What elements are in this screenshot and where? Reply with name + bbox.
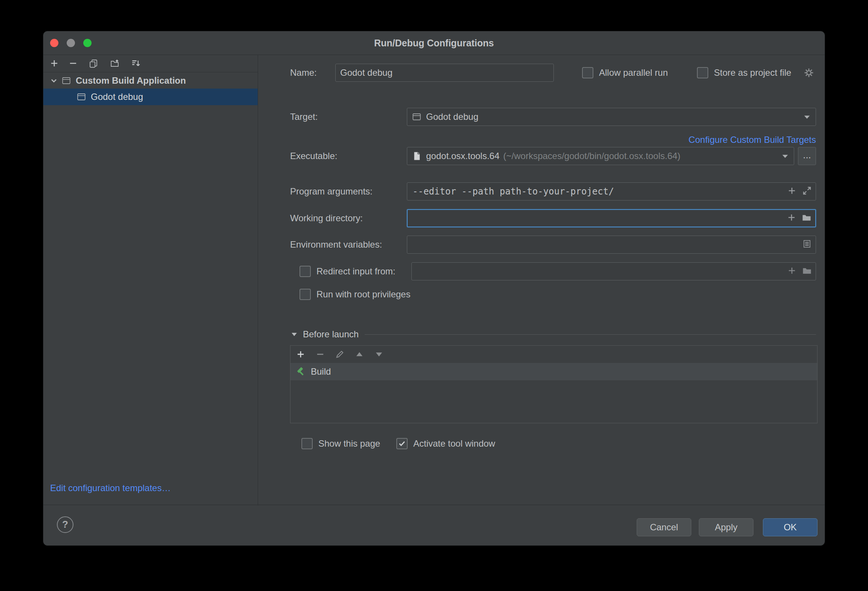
target-value: Godot debug: [426, 112, 478, 122]
program-arguments-field[interactable]: --editor --path path-to-your-project/: [407, 182, 816, 201]
activate-tool-window-label: Activate tool window: [413, 435, 495, 453]
expand-icon[interactable]: [802, 186, 812, 197]
remove-configuration-button[interactable]: [68, 58, 78, 68]
before-launch-header[interactable]: Before launch: [290, 328, 816, 341]
working-directory-input[interactable]: [408, 213, 815, 224]
configure-custom-build-targets-link[interactable]: Configure Custom Build Targets: [689, 135, 816, 145]
store-as-project-file-checkbox[interactable]: [697, 67, 708, 78]
tree-group-label: Custom Build Application: [76, 73, 186, 89]
name-field[interactable]: [335, 64, 554, 82]
tree-group-custom-build-application[interactable]: Custom Build Application: [43, 73, 258, 89]
move-up-button[interactable]: [355, 349, 364, 359]
before-launch-panel: Build: [290, 345, 818, 423]
redirect-input-label: Redirect input from:: [316, 262, 395, 280]
task-label: Build: [311, 366, 331, 377]
chevron-down-icon[interactable]: [49, 76, 58, 85]
target-label: Target:: [290, 108, 318, 126]
build-hammer-icon: [296, 366, 306, 377]
before-launch-toolbar: [290, 346, 817, 363]
folder-icon[interactable]: [802, 266, 812, 277]
allow-parallel-run-checkbox[interactable]: [582, 67, 593, 78]
executable-label: Executable:: [290, 147, 337, 165]
configurations-sidebar: Custom Build Application Godot debug Edi…: [43, 55, 258, 505]
screen: Run/Debug Configurations: [0, 0, 868, 591]
browse-variables-icon[interactable]: [802, 239, 812, 250]
collapse-triangle-icon[interactable]: [290, 330, 298, 338]
folder-icon[interactable]: [802, 213, 811, 224]
redirect-input-input[interactable]: [412, 266, 816, 277]
root-privileges-label: Run with root privileges: [316, 285, 410, 303]
add-icon[interactable]: [787, 186, 797, 197]
activate-tool-window-checkbox[interactable]: [396, 438, 408, 449]
redirect-input-checkbox[interactable]: [300, 266, 311, 277]
add-configuration-button[interactable]: [49, 58, 59, 68]
copy-configuration-button[interactable]: [89, 58, 98, 68]
chevron-down-icon: [802, 112, 812, 122]
store-as-project-file-label: Store as project file: [714, 64, 791, 82]
show-this-page-checkbox[interactable]: [301, 438, 313, 449]
program-arguments-label: Program arguments:: [290, 182, 373, 201]
redirect-input-field[interactable]: [411, 262, 816, 280]
add-icon[interactable]: [787, 266, 797, 277]
edit-task-button[interactable]: [335, 349, 345, 359]
window-title: Run/Debug Configurations: [43, 31, 825, 55]
browse-executable-button[interactable]: ...: [798, 147, 816, 165]
section-divider: [365, 334, 816, 335]
ok-button[interactable]: OK: [763, 518, 818, 536]
run-debug-configurations-dialog: Run/Debug Configurations: [43, 31, 825, 546]
create-folder-button[interactable]: [110, 58, 119, 68]
environment-variables-input[interactable]: [407, 239, 816, 250]
sidebar-toolbar: [43, 55, 258, 72]
executable-value: godot.osx.tools.64: [426, 151, 500, 161]
cancel-button[interactable]: Cancel: [637, 518, 691, 536]
move-down-button[interactable]: [374, 349, 384, 359]
show-this-page-label: Show this page: [318, 435, 380, 453]
check-icon: [397, 439, 406, 448]
dialog-footer: ? Cancel Apply OK: [43, 505, 825, 545]
application-icon: [61, 76, 71, 86]
remove-task-button[interactable]: [315, 349, 325, 359]
edit-configuration-templates-link[interactable]: Edit configuration templates…: [50, 483, 171, 493]
before-launch-task-build[interactable]: Build: [290, 363, 817, 380]
application-icon: [412, 112, 422, 122]
tree-item-label: Godot debug: [91, 89, 143, 105]
program-arguments-value: --editor --path path-to-your-project/: [407, 186, 614, 197]
chevron-down-icon: [780, 151, 790, 161]
environment-variables-label: Environment variables:: [290, 236, 382, 254]
allow-parallel-run-label: Allow parallel run: [599, 64, 668, 82]
name-label: Name:: [290, 64, 317, 82]
add-task-button[interactable]: [296, 349, 306, 359]
executable-dropdown[interactable]: godot.osx.tools.64 (~/workspaces/godot/b…: [407, 147, 794, 165]
application-icon: [76, 92, 86, 102]
tree-item-godot-debug[interactable]: Godot debug: [43, 89, 258, 105]
gear-icon[interactable]: [804, 67, 814, 78]
name-input[interactable]: [336, 67, 553, 78]
environment-variables-field[interactable]: [407, 236, 816, 254]
titlebar: Run/Debug Configurations: [43, 31, 825, 55]
file-icon: [412, 151, 422, 161]
target-dropdown[interactable]: Godot debug: [407, 108, 816, 126]
add-icon[interactable]: [787, 213, 796, 224]
apply-button[interactable]: Apply: [699, 518, 753, 536]
working-directory-field[interactable]: [407, 209, 816, 227]
help-button[interactable]: ?: [57, 516, 73, 533]
sort-configurations-button[interactable]: [131, 58, 141, 68]
working-directory-label: Working directory:: [290, 209, 363, 227]
configuration-form: Name: Allow parallel run Store as projec…: [258, 55, 825, 505]
before-launch-title: Before launch: [303, 329, 359, 340]
executable-path: (~/workspaces/godot/bin/godot.osx.tools.…: [503, 151, 680, 161]
root-privileges-checkbox[interactable]: [300, 289, 311, 300]
